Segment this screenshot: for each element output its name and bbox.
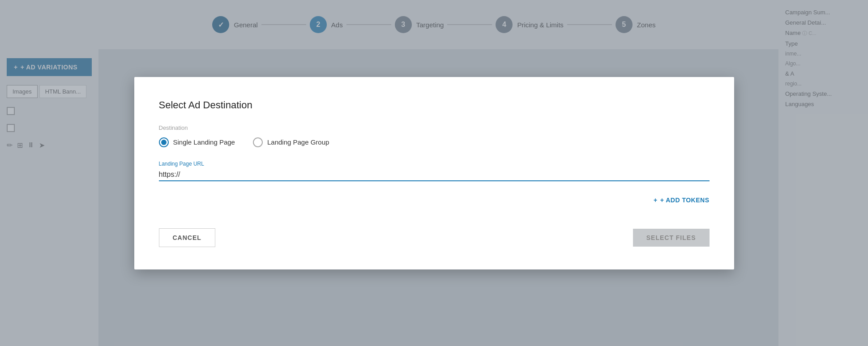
url-field-label: Landing Page URL [159, 161, 710, 167]
landing-page-url-input[interactable] [159, 169, 710, 181]
modal-overlay: Select Ad Destination Destination Single… [0, 0, 868, 346]
radio-option-single[interactable]: Single Landing Page [159, 137, 235, 147]
destination-radio-group: Single Landing Page Landing Page Group [159, 137, 710, 147]
select-ad-destination-modal: Select Ad Destination Destination Single… [134, 77, 734, 269]
radio-label-group: Landing Page Group [267, 138, 329, 146]
radio-label-single: Single Landing Page [173, 138, 235, 146]
destination-label: Destination [159, 124, 710, 131]
plus-tokens-icon: + [654, 196, 658, 204]
url-field-wrapper: Landing Page URL + + ADD TOKENS [159, 161, 710, 181]
add-tokens-label: + ADD TOKENS [660, 196, 710, 204]
modal-footer: CANCEL SELECT FILES [159, 201, 710, 247]
add-tokens-button[interactable]: + + ADD TOKENS [654, 196, 710, 204]
modal-title: Select Ad Destination [159, 99, 710, 111]
radio-circle-group [253, 137, 263, 147]
select-files-button[interactable]: SELECT FILES [633, 229, 710, 247]
radio-circle-single [159, 137, 169, 147]
cancel-button[interactable]: CANCEL [159, 228, 215, 247]
radio-option-group[interactable]: Landing Page Group [253, 137, 329, 147]
